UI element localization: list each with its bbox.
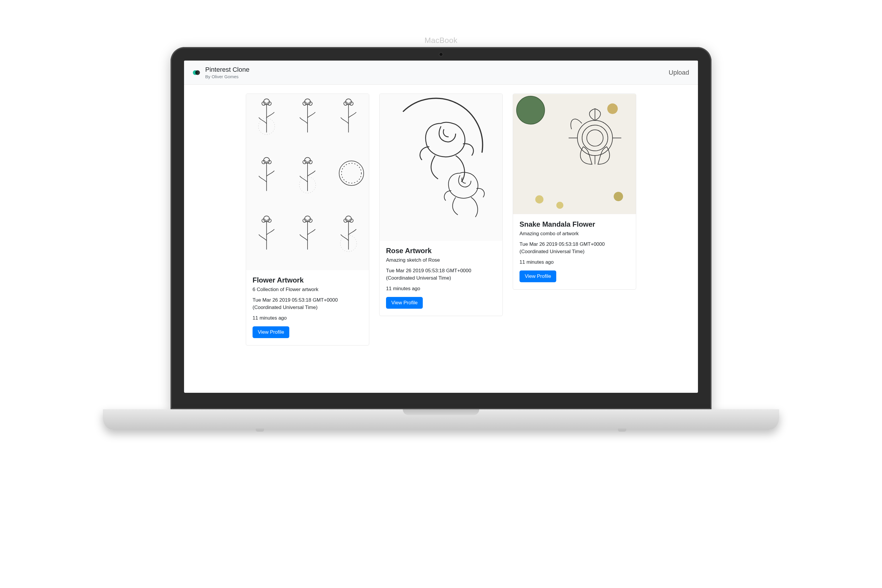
laptop-foot — [618, 429, 626, 432]
svg-point-9 — [614, 192, 623, 201]
webcam-dot — [440, 53, 442, 56]
brand[interactable]: Pinterest Clone By Oliver Gomes — [193, 66, 249, 79]
card-grid: Flower Artwork 6 Collection of Flower ar… — [246, 93, 636, 384]
card-title: Snake Mandala Flower — [519, 220, 630, 228]
card-timestamp: Tue Mar 26 2019 05:53:18 GMT+0000 (Coord… — [519, 241, 630, 255]
card-description: Amazing combo of artwork — [519, 231, 630, 237]
card-thumbnail[interactable] — [513, 94, 636, 214]
navbar: Pinterest Clone By Oliver Gomes Upload — [184, 61, 698, 85]
artwork-card: Snake Mandala Flower Amazing combo of ar… — [513, 93, 636, 290]
app-subtitle: By Oliver Gomes — [205, 74, 249, 79]
svg-point-8 — [556, 202, 563, 209]
card-thumbnail[interactable] — [380, 94, 502, 241]
card-relative-time: 11 minutes ago — [252, 315, 363, 321]
artwork-card: Flower Artwork 6 Collection of Flower ar… — [246, 93, 369, 345]
card-title: Flower Artwork — [252, 276, 363, 284]
laptop-base — [103, 409, 779, 430]
card-timestamp: Tue Mar 26 2019 05:53:18 GMT+0000 (Coord… — [252, 297, 363, 311]
card-body: Snake Mandala Flower Amazing combo of ar… — [513, 214, 636, 289]
device-label: MacBook — [424, 36, 458, 45]
card-title: Rose Artwork — [386, 247, 496, 255]
app-title: Pinterest Clone — [205, 66, 249, 74]
view-profile-button[interactable]: View Profile — [386, 297, 423, 309]
artwork-card: Rose Artwork Amazing sketch of Rose Tue … — [379, 93, 503, 316]
upload-link[interactable]: Upload — [669, 69, 689, 76]
macbook-mockup: Pinterest Clone By Oliver Gomes Upload F… — [103, 47, 779, 430]
card-timestamp: Tue Mar 26 2019 05:53:18 GMT+0000 (Coord… — [386, 267, 496, 282]
card-body: Rose Artwork Amazing sketch of Rose Tue … — [380, 241, 502, 316]
logo-icon — [193, 69, 200, 76]
svg-point-6 — [607, 104, 618, 114]
card-relative-time: 11 minutes ago — [519, 259, 630, 265]
card-description: Amazing sketch of Rose — [386, 257, 496, 263]
card-description: 6 Collection of Flower artwork — [252, 286, 363, 292]
app-viewport: Pinterest Clone By Oliver Gomes Upload F… — [184, 61, 698, 393]
view-profile-button[interactable]: View Profile — [519, 270, 556, 282]
card-relative-time: 11 minutes ago — [386, 286, 496, 292]
brand-text: Pinterest Clone By Oliver Gomes — [205, 66, 249, 79]
card-body: Flower Artwork 6 Collection of Flower ar… — [246, 270, 369, 345]
view-profile-button[interactable]: View Profile — [252, 326, 289, 338]
card-thumbnail[interactable] — [246, 94, 369, 270]
svg-point-7 — [536, 195, 544, 204]
laptop-foot — [256, 429, 264, 432]
content-area: Flower Artwork 6 Collection of Flower ar… — [184, 85, 698, 393]
laptop-bezel: Pinterest Clone By Oliver Gomes Upload F… — [171, 47, 711, 409]
